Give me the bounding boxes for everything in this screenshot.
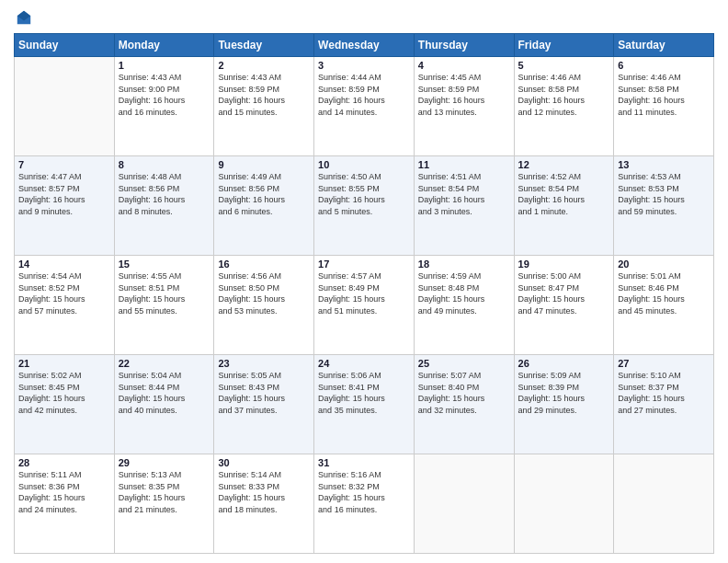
calendar-cell: 29Sunrise: 5:13 AM Sunset: 8:35 PM Dayli… [114, 454, 214, 554]
day-info: Sunrise: 4:51 AM Sunset: 8:54 PM Dayligh… [418, 171, 510, 217]
calendar-cell: 12Sunrise: 4:52 AM Sunset: 8:54 PM Dayli… [514, 156, 614, 256]
day-number: 19 [518, 259, 610, 270]
day-number: 9 [218, 159, 310, 170]
calendar-cell: 6Sunrise: 4:46 AM Sunset: 8:58 PM Daylig… [614, 57, 714, 156]
calendar-cell: 20Sunrise: 5:01 AM Sunset: 8:46 PM Dayli… [614, 256, 714, 355]
day-number: 29 [119, 457, 210, 468]
calendar-cell: 1Sunrise: 4:43 AM Sunset: 9:00 PM Daylig… [114, 57, 214, 156]
day-info: Sunrise: 4:45 AM Sunset: 8:59 PM Dayligh… [418, 72, 510, 118]
day-number: 25 [418, 358, 510, 369]
calendar-cell: 15Sunrise: 4:55 AM Sunset: 8:51 PM Dayli… [114, 256, 214, 355]
calendar-cell: 10Sunrise: 4:50 AM Sunset: 8:55 PM Dayli… [314, 156, 415, 256]
day-info: Sunrise: 5:11 AM Sunset: 8:36 PM Dayligh… [18, 469, 110, 515]
day-number: 6 [618, 60, 710, 71]
calendar-cell: 19Sunrise: 5:00 AM Sunset: 8:47 PM Dayli… [514, 256, 614, 355]
calendar-week-row: 1Sunrise: 4:43 AM Sunset: 9:00 PM Daylig… [15, 57, 714, 156]
calendar-cell: 18Sunrise: 4:59 AM Sunset: 8:48 PM Dayli… [414, 256, 514, 355]
calendar-cell: 7Sunrise: 4:47 AM Sunset: 8:57 PM Daylig… [15, 156, 115, 256]
day-number: 31 [318, 457, 410, 468]
weekday-header: Thursday [414, 34, 514, 57]
calendar-cell: 4Sunrise: 4:45 AM Sunset: 8:59 PM Daylig… [414, 57, 514, 156]
day-info: Sunrise: 4:52 AM Sunset: 8:54 PM Dayligh… [518, 171, 610, 217]
calendar-cell: 13Sunrise: 4:53 AM Sunset: 8:53 PM Dayli… [614, 156, 714, 256]
day-info: Sunrise: 4:53 AM Sunset: 8:53 PM Dayligh… [618, 171, 710, 217]
calendar-cell: 24Sunrise: 5:06 AM Sunset: 8:41 PM Dayli… [314, 355, 415, 454]
weekday-header: Monday [114, 34, 214, 57]
day-info: Sunrise: 5:14 AM Sunset: 8:33 PM Dayligh… [218, 469, 310, 515]
header-row: SundayMondayTuesdayWednesdayThursdayFrid… [15, 34, 714, 57]
calendar-cell: 22Sunrise: 5:04 AM Sunset: 8:44 PM Dayli… [114, 355, 214, 454]
day-number: 28 [18, 457, 110, 468]
day-number: 18 [418, 259, 510, 270]
day-number: 10 [318, 159, 410, 170]
day-info: Sunrise: 4:43 AM Sunset: 9:00 PM Dayligh… [119, 72, 210, 118]
day-number: 24 [318, 358, 410, 369]
day-info: Sunrise: 4:44 AM Sunset: 8:59 PM Dayligh… [318, 72, 410, 118]
calendar-week-row: 21Sunrise: 5:02 AM Sunset: 8:45 PM Dayli… [15, 355, 714, 454]
day-number: 1 [119, 60, 210, 71]
day-info: Sunrise: 4:49 AM Sunset: 8:56 PM Dayligh… [218, 171, 310, 217]
day-info: Sunrise: 4:57 AM Sunset: 8:49 PM Dayligh… [318, 270, 410, 316]
calendar-cell: 11Sunrise: 4:51 AM Sunset: 8:54 PM Dayli… [414, 156, 514, 256]
day-number: 27 [618, 358, 710, 369]
weekday-header: Saturday [614, 34, 714, 57]
day-number: 16 [218, 259, 310, 270]
day-number: 20 [618, 259, 710, 270]
day-info: Sunrise: 5:05 AM Sunset: 8:43 PM Dayligh… [218, 370, 310, 416]
day-number: 3 [318, 60, 410, 71]
calendar: SundayMondayTuesdayWednesdayThursdayFrid… [14, 33, 714, 554]
day-info: Sunrise: 5:16 AM Sunset: 8:32 PM Dayligh… [318, 469, 410, 515]
day-info: Sunrise: 4:55 AM Sunset: 8:51 PM Dayligh… [119, 270, 210, 316]
day-number: 21 [18, 358, 110, 369]
day-info: Sunrise: 5:01 AM Sunset: 8:46 PM Dayligh… [618, 270, 710, 316]
day-info: Sunrise: 5:10 AM Sunset: 8:37 PM Dayligh… [618, 370, 710, 416]
day-number: 8 [119, 159, 210, 170]
calendar-cell: 14Sunrise: 4:54 AM Sunset: 8:52 PM Dayli… [15, 256, 115, 355]
day-number: 23 [218, 358, 310, 369]
calendar-week-row: 14Sunrise: 4:54 AM Sunset: 8:52 PM Dayli… [15, 256, 714, 355]
weekday-header: Sunday [15, 34, 115, 57]
calendar-cell: 17Sunrise: 4:57 AM Sunset: 8:49 PM Dayli… [314, 256, 415, 355]
calendar-cell: 3Sunrise: 4:44 AM Sunset: 8:59 PM Daylig… [314, 57, 415, 156]
calendar-cell: 30Sunrise: 5:14 AM Sunset: 8:33 PM Dayli… [214, 454, 314, 554]
day-info: Sunrise: 4:59 AM Sunset: 8:48 PM Dayligh… [418, 270, 510, 316]
day-number: 5 [518, 60, 610, 71]
day-info: Sunrise: 4:56 AM Sunset: 8:50 PM Dayligh… [218, 270, 310, 316]
logo [14, 9, 32, 26]
calendar-cell: 28Sunrise: 5:11 AM Sunset: 8:36 PM Dayli… [15, 454, 115, 554]
weekday-header: Friday [514, 34, 614, 57]
calendar-cell: 31Sunrise: 5:16 AM Sunset: 8:32 PM Dayli… [314, 454, 415, 554]
day-info: Sunrise: 4:43 AM Sunset: 8:59 PM Dayligh… [218, 72, 310, 118]
day-number: 11 [418, 159, 510, 170]
page: SundayMondayTuesdayWednesdayThursdayFrid… [0, 0, 728, 563]
day-number: 15 [119, 259, 210, 270]
weekday-header: Tuesday [214, 34, 314, 57]
day-info: Sunrise: 4:47 AM Sunset: 8:57 PM Dayligh… [18, 171, 110, 217]
day-number: 14 [18, 259, 110, 270]
calendar-cell: 25Sunrise: 5:07 AM Sunset: 8:40 PM Dayli… [414, 355, 514, 454]
day-info: Sunrise: 4:54 AM Sunset: 8:52 PM Dayligh… [18, 270, 110, 316]
calendar-cell [414, 454, 514, 554]
day-number: 7 [18, 159, 110, 170]
day-number: 30 [218, 457, 310, 468]
day-info: Sunrise: 4:46 AM Sunset: 8:58 PM Dayligh… [518, 72, 610, 118]
day-number: 26 [518, 358, 610, 369]
header [14, 9, 714, 26]
day-info: Sunrise: 5:02 AM Sunset: 8:45 PM Dayligh… [18, 370, 110, 416]
logo-icon [16, 9, 32, 26]
weekday-header: Wednesday [314, 34, 415, 57]
calendar-cell: 26Sunrise: 5:09 AM Sunset: 8:39 PM Dayli… [514, 355, 614, 454]
calendar-cell: 16Sunrise: 4:56 AM Sunset: 8:50 PM Dayli… [214, 256, 314, 355]
day-info: Sunrise: 4:48 AM Sunset: 8:56 PM Dayligh… [119, 171, 210, 217]
day-number: 2 [218, 60, 310, 71]
calendar-cell: 2Sunrise: 4:43 AM Sunset: 8:59 PM Daylig… [214, 57, 314, 156]
day-number: 17 [318, 259, 410, 270]
calendar-cell [514, 454, 614, 554]
day-number: 13 [618, 159, 710, 170]
calendar-cell: 23Sunrise: 5:05 AM Sunset: 8:43 PM Dayli… [214, 355, 314, 454]
calendar-cell: 27Sunrise: 5:10 AM Sunset: 8:37 PM Dayli… [614, 355, 714, 454]
day-info: Sunrise: 5:06 AM Sunset: 8:41 PM Dayligh… [318, 370, 410, 416]
calendar-week-row: 7Sunrise: 4:47 AM Sunset: 8:57 PM Daylig… [15, 156, 714, 256]
calendar-cell [15, 57, 115, 156]
day-info: Sunrise: 5:09 AM Sunset: 8:39 PM Dayligh… [518, 370, 610, 416]
